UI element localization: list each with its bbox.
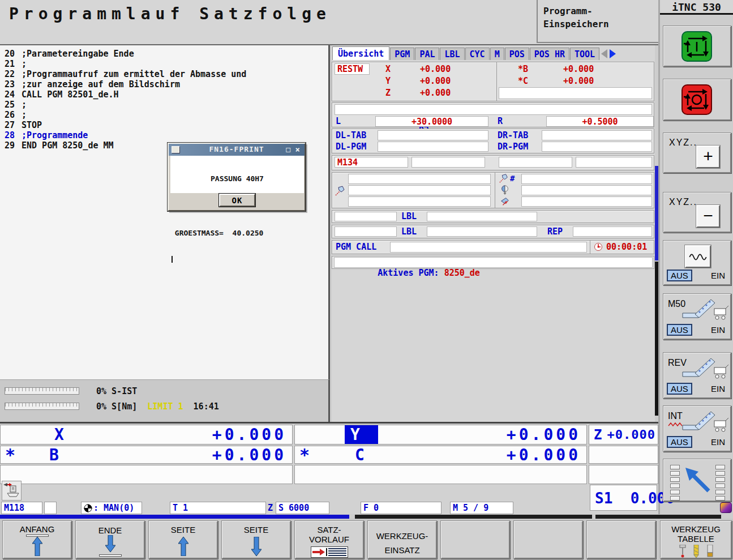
plus-key-icon: + — [696, 146, 720, 168]
aus-badge: AUS — [667, 436, 692, 448]
position-c-cell: * C +0.000 — [294, 446, 587, 464]
softkey-seite-up[interactable]: SEITE — [148, 520, 218, 559]
key-nc-start[interactable] — [663, 25, 731, 67]
drill-tool-icon — [692, 545, 701, 558]
key-softkey-row-switch[interactable] — [663, 459, 731, 502]
active-pgm-section: Aktives PGM: 8250_de — [332, 256, 654, 269]
close-icon[interactable]: × — [295, 144, 301, 155]
arrow-up-icon — [178, 537, 188, 556]
probe-field — [521, 185, 652, 195]
probe-section: # — [332, 172, 654, 208]
diagonal-arrow-icon — [684, 466, 712, 494]
axis-lock-star-icon: * — [5, 445, 15, 465]
position-empty-cell — [589, 446, 658, 464]
axis-y-value: +0.000 — [507, 425, 586, 444]
rep-field — [573, 226, 652, 237]
program-line: 27STOP — [5, 120, 328, 130]
ok-button[interactable]: OK — [219, 194, 255, 207]
sine-wave-icon — [685, 245, 711, 268]
mode-line-1: Programm- — [543, 5, 658, 18]
status-scrollbar-track[interactable] — [655, 262, 658, 416]
tool-row: T : 1 D2 — [335, 104, 652, 115]
key-rev-conveyor[interactable]: REV AUSEIN — [663, 352, 731, 399]
axis-z-value: +0.000 — [607, 428, 658, 442]
restw-z-value: +0.000 — [420, 88, 451, 98]
maximize-icon[interactable]: □ — [286, 144, 291, 155]
tab-tool[interactable]: TOOL — [570, 48, 599, 60]
spindle-gauges: 0% S-IST 0% S[Nm] LIMIT 1 16:41 — [0, 379, 330, 422]
key-label: INT — [668, 411, 683, 421]
m-function-field — [576, 157, 652, 168]
position-empty-cell — [294, 465, 587, 484]
softkey-seite-down[interactable]: SEITE — [221, 520, 291, 559]
softkey-werkzeug-tabelle[interactable]: WERKZEUG TABELLE — [660, 520, 732, 559]
tab-pos-hr[interactable]: POS HR — [530, 48, 569, 60]
key-int-conveyor[interactable]: INT AUSEIN — [663, 405, 731, 452]
axis-x-label: X — [54, 425, 64, 444]
position-z-cell: Z +0.000 — [589, 425, 658, 444]
conveyor-cart-icon — [681, 296, 729, 321]
softkey-ende[interactable]: ENDE — [75, 520, 145, 559]
tab-m[interactable]: M — [490, 48, 504, 60]
softkey-empty[interactable] — [440, 520, 510, 559]
axis-b-label: B — [49, 446, 59, 464]
dl-tab-field — [378, 130, 488, 140]
tab-lbl[interactable]: LBL — [440, 48, 464, 60]
probe-tool-icon — [678, 545, 687, 558]
lbl-field — [335, 226, 397, 237]
tab-pos[interactable]: POS — [505, 48, 529, 60]
key-spindle-wave[interactable]: AUSEIN — [663, 240, 731, 285]
softkey-anfang[interactable]: ANFANG — [2, 520, 72, 559]
mode-line-2: Einspeichern — [543, 18, 658, 31]
axis-z-label: Z — [594, 427, 602, 443]
restw-b-axis: *B — [518, 64, 528, 74]
dl-pgm-field — [378, 142, 488, 152]
key-nc-stop[interactable] — [663, 79, 731, 121]
arrow-up-icon — [32, 537, 42, 556]
restw-x-axis: X — [385, 64, 391, 74]
status-scrollbar-thumb[interactable] — [655, 166, 658, 260]
probe-number-icon — [499, 173, 509, 183]
softkey-satz-vorlauf[interactable]: SATZ- VORLAUF — [294, 520, 364, 559]
softkey-werkzeug-einsatz[interactable]: WERKZEUG- EINSATZ — [367, 520, 437, 559]
dialog-title: FN16-FPRINT — [209, 145, 264, 153]
tab-cyc[interactable]: CYC — [465, 48, 490, 60]
key-m50-conveyor[interactable]: M50 AUSEIN — [663, 293, 731, 340]
end-bar-icon — [99, 554, 122, 557]
tab-scroll-left-icon[interactable] — [601, 49, 607, 58]
dialog-body: PASSUNG 40H7 KLEINSTMASS= 40.0000 GROEST… — [170, 156, 304, 195]
tab-uebersicht[interactable]: Übersicht — [332, 46, 389, 60]
program-line: 20;Parametereingabe Ende — [5, 49, 328, 59]
axis-c-value: +0.000 — [507, 446, 586, 464]
key-xyz-minus[interactable]: XYZ.. − — [663, 192, 731, 233]
softkey-empty[interactable] — [586, 520, 656, 559]
f-status: F 0 — [361, 502, 441, 514]
preset-crosshair-icon — [84, 504, 92, 512]
key-xyz-plus[interactable]: XYZ.. + — [663, 132, 731, 173]
dialog-titlebar[interactable]: FN16-FPRINT □ × — [169, 144, 305, 156]
tab-scroll-right-icon[interactable] — [610, 49, 616, 58]
program-line-highlighted: 28;Programmende — [5, 130, 328, 140]
softkey-label: SEITE — [222, 525, 290, 535]
tnc-screen: Programmlauf Satzfolge Programm- Einspei… — [0, 0, 733, 560]
s-nm-gauge — [5, 403, 79, 410]
tab-pal[interactable]: PAL — [415, 48, 439, 60]
axis-y-label-highlighted: Y — [345, 425, 378, 444]
dialog-line: GROESTMASS= 40.0250 — [170, 229, 304, 238]
restw-section: RESTW X +0.000 Y +0.000 Z +0.000 *B +0.0… — [332, 62, 654, 101]
block-scan-icon — [311, 546, 348, 558]
probe-field — [348, 174, 491, 184]
softkey-page-indicator-active — [0, 515, 349, 519]
m-function-field: M134 — [335, 157, 408, 168]
softkey-label: TABELLE — [661, 534, 731, 544]
tab-pgm[interactable]: PGM — [390, 48, 414, 60]
softkey-empty[interactable] — [513, 520, 583, 559]
conveyor-cart-icon — [681, 408, 729, 433]
probe-field — [521, 174, 652, 184]
lbl-section-2: LBL REP — [332, 225, 654, 238]
m-function-field — [411, 157, 485, 168]
restw-z-axis: Z — [385, 88, 391, 98]
screen-layout-icon[interactable] — [720, 502, 732, 513]
m118-status: M118 — [1, 502, 42, 514]
datum-icon — [500, 185, 510, 195]
